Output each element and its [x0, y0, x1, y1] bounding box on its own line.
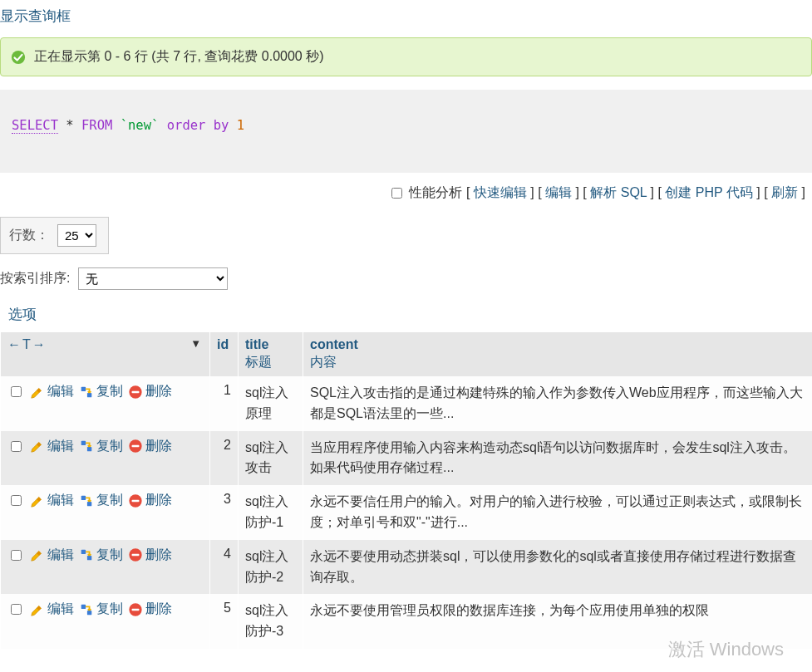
copy-row-link[interactable]: 复制	[79, 492, 123, 509]
rows-select[interactable]: 25	[57, 224, 96, 247]
performance-label: 性能分析	[409, 185, 462, 199]
svg-rect-13	[87, 502, 91, 506]
svg-rect-3	[87, 392, 91, 396]
parse-sql-link[interactable]: 解析 SQL	[590, 185, 647, 199]
col-id-header[interactable]: id	[210, 332, 239, 376]
performance-checkbox[interactable]	[391, 188, 402, 199]
delete-icon	[128, 385, 143, 400]
sql-keyword: order by	[167, 118, 229, 133]
copy-row-link[interactable]: 复制	[79, 383, 123, 400]
cell-content: SQL注入攻击指的是通过构建特殊的输入作为参数传入Web应用程序，而这些输入大都…	[303, 376, 813, 431]
svg-rect-20	[132, 554, 140, 557]
col-content-header[interactable]: content 内容	[303, 332, 813, 376]
copy-row-link[interactable]: 复制	[79, 438, 123, 455]
sql-keyword: FROM	[81, 118, 112, 133]
svg-rect-2	[81, 386, 86, 390]
sql-toolbar: 性能分析 [ 快速编辑 ] [ 编辑 ] [ 解析 SQL ] [ 创建 PHP…	[0, 179, 812, 212]
delete-row-link[interactable]: 删除	[128, 601, 172, 618]
svg-rect-25	[132, 609, 140, 611]
cell-id: 1	[210, 376, 239, 431]
table-row: 编辑复制删除4sql注入防护-2永远不要使用动态拼装sql，可以使用参数化的sq…	[1, 540, 813, 595]
svg-rect-8	[87, 447, 91, 451]
edit-row-link[interactable]: 编辑	[30, 492, 74, 509]
actions-header: ←T→ ▼	[1, 332, 210, 376]
row-checkbox[interactable]	[11, 550, 22, 561]
success-message: 正在显示第 0 - 6 行 (共 7 行, 查询花费 0.0000 秒)	[0, 37, 812, 76]
row-checkbox[interactable]	[11, 495, 22, 506]
rows-label: 行数：	[9, 227, 49, 244]
pencil-icon	[30, 493, 45, 508]
copy-icon	[79, 602, 94, 617]
copy-row-link[interactable]: 复制	[79, 601, 123, 618]
rows-control: 行数： 25	[0, 217, 109, 254]
options-link[interactable]: 选项	[8, 307, 37, 322]
copy-icon	[79, 439, 94, 454]
svg-rect-10	[132, 445, 140, 448]
pencil-icon	[30, 385, 45, 400]
quick-edit-link[interactable]: 快速编辑	[474, 185, 527, 199]
cell-id: 5	[210, 594, 239, 649]
table-row: 编辑复制删除2sql注入攻击当应用程序使用输入内容来构造动态sql语句以访问数据…	[1, 431, 813, 486]
delete-row-link[interactable]: 删除	[128, 438, 172, 455]
results-table: ←T→ ▼ id title 标题 content 内容 编辑复制删除1sql注…	[0, 332, 812, 649]
cell-title: sql注入防护-3	[239, 594, 303, 649]
cell-title: sql注入防护-1	[239, 485, 303, 540]
col-title-header[interactable]: title 标题	[239, 332, 303, 376]
delete-icon	[128, 439, 143, 454]
delete-icon	[128, 547, 143, 562]
cell-content: 永远不要信任用户的输入。对用户的输入进行校验，可以通过正则表达式，或限制长度；对…	[303, 485, 813, 540]
cell-id: 3	[210, 485, 239, 540]
row-checkbox[interactable]	[11, 386, 22, 397]
svg-rect-18	[87, 556, 91, 560]
edit-row-link[interactable]: 编辑	[30, 438, 74, 455]
copy-icon	[79, 493, 94, 508]
row-checkbox[interactable]	[11, 441, 22, 452]
cell-title: sql注入攻击	[239, 431, 303, 486]
row-checkbox[interactable]	[11, 604, 22, 615]
refresh-link[interactable]: 刷新	[771, 185, 798, 199]
delete-row-link[interactable]: 删除	[128, 383, 172, 400]
sort-indicator-icon[interactable]: ▼	[190, 337, 203, 350]
delete-row-link[interactable]: 删除	[128, 547, 172, 564]
check-icon	[11, 50, 26, 65]
svg-rect-22	[81, 605, 86, 609]
svg-rect-17	[81, 550, 86, 554]
pencil-icon	[30, 602, 45, 617]
cell-content: 当应用程序使用输入内容来构造动态sql语句以访问数据库时，会发生sql注入攻击。…	[303, 431, 813, 486]
cell-id: 4	[210, 540, 239, 595]
create-php-link[interactable]: 创建 PHP 代码	[665, 185, 753, 199]
svg-rect-12	[81, 495, 86, 499]
delete-icon	[128, 493, 143, 508]
sort-select[interactable]: 无	[78, 267, 228, 290]
copy-icon	[79, 385, 94, 400]
success-text: 正在显示第 0 - 6 行 (共 7 行, 查询花费 0.0000 秒)	[34, 48, 324, 66]
cell-title: sql注入防护-2	[239, 540, 303, 595]
cell-content: 永远不要使用动态拼装sql，可以使用参数化的sql或者直接使用存储过程进行数据查…	[303, 540, 813, 595]
copy-row-link[interactable]: 复制	[79, 547, 123, 564]
sql-query-display: SELECT * FROM `new` order by 1	[0, 90, 812, 173]
table-row: 编辑复制删除1sql注入原理SQL注入攻击指的是通过构建特殊的输入作为参数传入W…	[1, 376, 813, 431]
sql-table: `new`	[121, 118, 160, 133]
svg-rect-15	[132, 499, 140, 502]
delete-row-link[interactable]: 删除	[128, 492, 172, 509]
edit-row-link[interactable]: 编辑	[30, 383, 74, 400]
edit-link[interactable]: 编辑	[545, 185, 572, 199]
sort-label: 按索引排序:	[0, 270, 70, 287]
cell-title: sql注入原理	[239, 376, 303, 431]
sql-keyword: SELECT	[12, 118, 58, 134]
delete-icon	[128, 602, 143, 617]
svg-point-0	[12, 50, 25, 63]
pencil-icon	[30, 439, 45, 454]
svg-rect-7	[81, 441, 86, 445]
edit-row-link[interactable]: 编辑	[30, 547, 74, 564]
cell-id: 2	[210, 431, 239, 486]
show-query-box-link[interactable]: 显示查询框	[0, 8, 71, 24]
table-row: 编辑复制删除3sql注入防护-1永远不要信任用户的输入。对用户的输入进行校验，可…	[1, 485, 813, 540]
edit-row-link[interactable]: 编辑	[30, 601, 74, 618]
pencil-icon	[30, 547, 45, 562]
svg-rect-5	[132, 390, 140, 393]
cell-content: 永远不要使用管理员权限的数据库连接，为每个应用使用单独的权限	[303, 594, 813, 649]
table-row: 编辑复制删除5sql注入防护-3永远不要使用管理员权限的数据库连接，为每个应用使…	[1, 594, 813, 649]
svg-rect-23	[87, 611, 91, 615]
copy-icon	[79, 547, 94, 562]
